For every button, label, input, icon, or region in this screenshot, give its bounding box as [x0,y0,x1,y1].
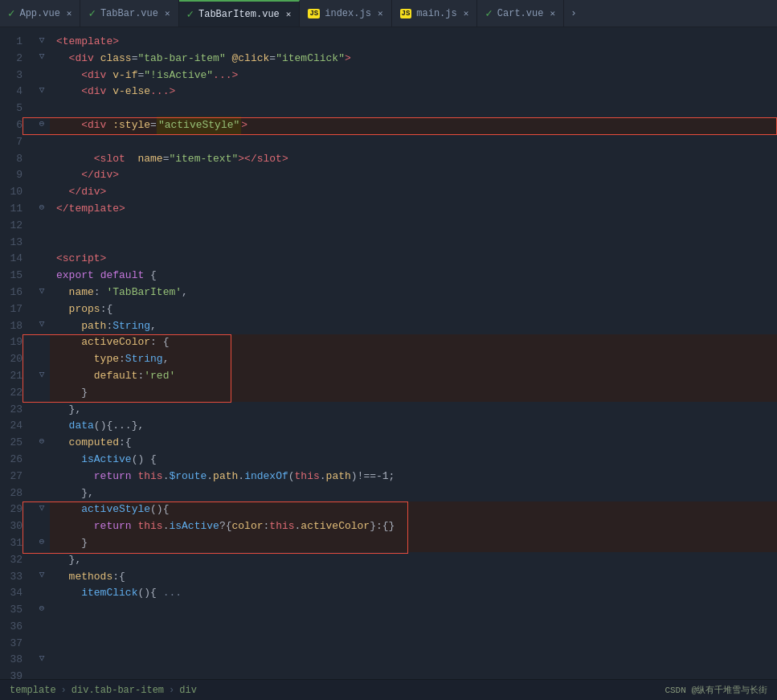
tab-label: main.js [416,8,456,19]
code-line-27: return this.$route.path.indexOf(this.pat… [50,469,777,485]
code-line-7 [50,134,777,151]
code-area: 1 2 3 4 5 6 7 8 9 10 11 12 13 14 15 16 1… [0,27,777,679]
fold-icon-line21[interactable]: ▽ [36,368,47,379]
code-line-23: }, [50,402,777,419]
tab-label: TabBar.vue [100,8,158,19]
code-line-9: </div> [50,167,777,184]
breadcrumb-div-tab-bar-item: div.tab-bar-item [72,685,164,696]
code-line-30: return this.isActive?{color:this.activeC… [50,518,777,535]
code-gutter: ▽ ▽ ▽ ⊖ ⊖ ▽ ▽ ▽ ⊖ ▽ ⊖ ▽ ⊖ ▽ ▽ ▽ [34,27,50,679]
fold-icon-line31[interactable]: ⊖ [36,535,47,546]
code-line-18: path:String, [50,318,777,335]
status-right: CSDN @纵有千堆雪与长街 [665,684,767,696]
fold-icon-line35[interactable]: ⊖ [36,602,47,613]
tab-main-js[interactable]: JS main.js ✕ [392,0,478,27]
breadcrumb: template › div.tab-bar-item › div [10,685,197,696]
fold-icon-line18[interactable]: ▽ [36,318,47,330]
vue-icon: ✓ [8,6,14,20]
close-icon[interactable]: ✕ [286,9,292,19]
close-icon[interactable]: ✕ [67,8,72,18]
breadcrumb-template: template [10,685,56,696]
code-line-16: name: 'TabBarItem', [50,285,777,301]
code-line-13 [50,235,777,252]
code-line-22: } [50,385,777,402]
code-line-3: <div v-if="!isActive"...> [50,68,777,84]
js-icon: JS [400,9,412,18]
tab-app-vue[interactable]: ✓ App.vue ✕ [0,0,80,27]
code-line-31: } [50,535,777,552]
tab-bar[interactable]: ✓ App.vue ✕ ✓ TabBar.vue ✕ ✓ TabBarItem.… [0,0,777,27]
code-line-21: default:'red' [50,368,777,385]
fold-icon-line11[interactable]: ⊖ [36,201,47,212]
tab-tabbaritem-vue[interactable]: ✓ TabBarItem.vue ✕ [179,0,301,27]
fold-icon-line16[interactable]: ▽ [36,285,47,296]
code-line-24: data(){...}, [50,418,777,435]
close-icon[interactable]: ✕ [378,8,383,18]
fold-icon-line4[interactable]: ▽ [36,84,47,95]
tab-label: index.js [325,8,371,19]
tab-label: Cart.vue [497,8,544,19]
status-bar: template › div.tab-bar-item › div CSDN @… [0,679,777,700]
fold-icon-line6[interactable]: ⊖ [36,117,47,129]
code-line-4: <div v-else...> [50,84,777,100]
tab-cart-vue[interactable]: ✓ Cart.vue ✕ [477,0,564,27]
code-line-19: activeColor: { [50,334,777,351]
code-line-1: <template> [50,34,777,51]
code-line-29: activeStyle(){ [50,501,777,518]
code-line-11: </template> [50,201,777,218]
vue-icon: ✓ [88,6,95,20]
vue-icon: ✓ [187,7,194,21]
more-tabs[interactable]: › [564,0,583,27]
breadcrumb-sep-2: › [169,685,174,696]
fold-icon-line33[interactable]: ▽ [36,569,47,580]
code-line-33: methods:{ [50,569,777,586]
js-icon: JS [308,9,320,18]
fold-icon-line2[interactable]: ▽ [36,51,47,62]
breadcrumb-div: div [179,685,197,696]
line-numbers: 1 2 3 4 5 6 7 8 9 10 11 12 13 14 15 16 1… [0,27,34,679]
code-line-8: <slot name="item-text"></slot> [50,151,777,168]
tab-label: TabBarItem.vue [198,9,280,20]
tab-index-js[interactable]: JS index.js ✕ [300,0,391,27]
tab-tabbar-vue[interactable]: ✓ TabBar.vue ✕ [80,0,178,27]
code-line-17: props:{ [50,301,777,318]
close-icon[interactable]: ✕ [550,8,555,18]
code-line-28: }, [50,485,777,502]
fold-icon-line1[interactable]: ▽ [36,34,47,45]
code-line-34: itemClick(){ ... [50,585,777,602]
code-line-25: computed:{ [50,435,777,452]
code-line-15: export default { [50,268,777,285]
code-line-26: isActive() { [50,452,777,469]
close-icon[interactable]: ✕ [165,8,170,18]
code-line-12 [50,218,777,235]
fold-icon-line29[interactable]: ▽ [36,501,47,513]
code-line-14: <script> [50,251,777,268]
code-line-5 [50,100,777,117]
vue-icon: ✓ [485,6,492,20]
code-line-2: <div class="tab-bar-item" @click="itemCl… [50,51,777,68]
fold-icon-line25[interactable]: ⊖ [36,435,47,446]
breadcrumb-sep-1: › [61,685,67,696]
code-line-10: </div> [50,184,777,201]
code-line-20: type:String, [50,351,777,368]
close-icon[interactable]: ✕ [464,8,469,18]
code-line-6: <div :style="activeStyle"> [50,117,777,134]
code-line-32: }, [50,552,777,569]
tab-label: App.vue [19,8,59,19]
fold-icon-line38[interactable]: ▽ [36,653,47,664]
code-editor[interactable]: <template> <div class="tab-bar-item" @cl… [50,27,777,679]
